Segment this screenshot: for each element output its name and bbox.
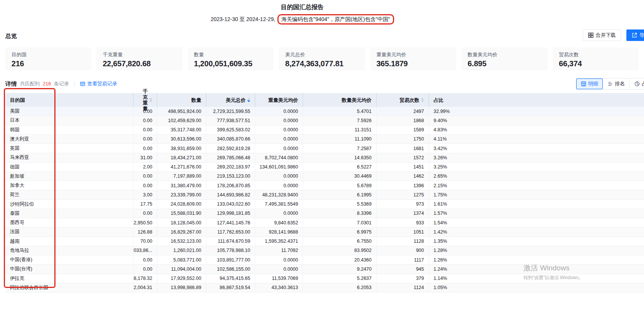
table-cell: 5,083,771.00: [157, 255, 206, 264]
table-cell: 38,931,659.00: [157, 144, 206, 153]
table-row[interactable]: 法国126.8816,829,267.00117,762,653.00928,1…: [5, 227, 644, 237]
table-cell: 32.99%: [429, 107, 644, 116]
column-header: 数量: [157, 93, 206, 107]
table-row[interactable]: 沙特阿拉伯17.7524,028,609.00133,043,022.607,4…: [5, 200, 644, 209]
table-cell: 48,231,328.9400: [255, 190, 303, 199]
table-cell: 1.57%: [429, 209, 644, 218]
table-row[interactable]: 德国2.0041,271,676.00269,202,183.97134,601…: [5, 163, 644, 172]
table-row[interactable]: 加拿大0.0031,380,479.00178,206,870.850.0000…: [5, 181, 644, 190]
stat-card: 目的国216: [5, 47, 91, 70]
table-cell: 0.0000: [255, 209, 303, 218]
table-header-row: 目的国千克重量数量美元总价重量美元均价数量美元均价贸易次数占比: [5, 93, 644, 107]
table-row[interactable]: 澳大利亚0.0030,613,596.00340,085,870.660.000…: [5, 135, 644, 144]
table-row[interactable]: 阿拉伯联合酋长国2,004.3113,998,986.8986,867,519.…: [5, 283, 644, 293]
stat-card: 重量美元均价365.1879: [370, 47, 456, 70]
sort-icon[interactable]: [149, 98, 152, 102]
table-cell: 18,128,045.00: [157, 218, 206, 227]
table-cell: 35,317,748.00: [157, 126, 206, 134]
sort-icon[interactable]: [421, 98, 424, 102]
table-cell: 0.00: [133, 265, 157, 273]
export-button[interactable]: 导出: [626, 29, 644, 41]
table-cell: 498,951,924.00: [157, 107, 206, 116]
table-cell: 0.00: [133, 135, 157, 144]
stat-card: 美元总价8,274,363,077.81: [279, 47, 365, 70]
table-cell: 7,197,889.00: [157, 172, 206, 181]
stat-card-label: 目的国: [11, 51, 85, 58]
table-cell: 269,785,066.48: [206, 153, 255, 162]
page-title: 目的国汇总报告: [0, 3, 605, 11]
table-cell: 11,094,004.00: [157, 265, 206, 273]
stat-card: 贸易次数66,374: [553, 47, 639, 70]
table-cell: 4.11%: [429, 135, 644, 144]
view-trade-records-link[interactable]: 查看贸易记录: [80, 80, 117, 87]
view-mode-tabs: 明细排名占比: [576, 78, 644, 90]
table-cell: 111,674,670.59: [206, 237, 255, 246]
country-cell: 阿拉伯联合酋长国: [5, 283, 133, 292]
table-cell: 5.6789: [303, 181, 376, 190]
table-cell: 9,840.6352: [255, 218, 303, 227]
table-row[interactable]: 日本0.00102,459,629.00777,938,577.510.0000…: [5, 116, 644, 125]
table-cell: 2497: [376, 107, 429, 116]
stat-card-value: 1,200,051,609.35: [194, 59, 267, 68]
table-cell: 31.00: [133, 153, 157, 162]
country-cell: 中国(香港): [5, 255, 133, 264]
column-header: 占比: [429, 93, 644, 107]
tab-rank[interactable]: 排名: [603, 78, 629, 89]
table-row[interactable]: 泰国0.0015,588,031.90129,998,181.850.00008…: [5, 209, 644, 218]
table-row[interactable]: 危地马拉9,033,86...1,260,021.00105,778,988.1…: [5, 246, 644, 255]
column-header[interactable]: 美元总价: [206, 93, 255, 107]
table-cell: 1868: [376, 116, 429, 125]
table-cell: 1.35%: [429, 237, 644, 246]
table-cell: 1681: [376, 144, 429, 153]
table-cell: 12,950.50: [133, 218, 157, 227]
table-cell: 0.00: [133, 255, 157, 264]
table-row[interactable]: 马来西亚31.0018,434,271.00269,785,066.488,70…: [5, 153, 644, 162]
sort-icon[interactable]: [247, 98, 250, 102]
overview-title: 总览: [5, 33, 17, 39]
country-cell: 韩国: [5, 126, 133, 134]
column-header[interactable]: 千克重量: [133, 93, 157, 107]
country-cell: 日本: [5, 116, 133, 125]
table-row[interactable]: 墨西哥12,950.5018,128,045.00127,441,145.769…: [5, 218, 644, 227]
table-row[interactable]: 韩国0.0035,317,748.00399,625,583.020.00001…: [5, 126, 644, 135]
table-cell: 9.2470: [303, 265, 376, 273]
country-cell: 美国: [5, 107, 133, 116]
tab-detail[interactable]: 明细: [576, 78, 603, 89]
table-row[interactable]: 新加坡0.007,197,889.00219,153,123.000.00003…: [5, 172, 644, 181]
column-header[interactable]: 贸易次数: [376, 93, 429, 107]
table-cell: 7.5926: [303, 116, 376, 125]
table-cell: 1462: [376, 172, 429, 181]
top-actions: 合并下载 导出: [583, 29, 644, 41]
table-cell: 1.42%: [429, 227, 644, 236]
table-cell: 129,998,181.85: [206, 209, 255, 218]
export-icon: [632, 33, 637, 38]
view-trade-records-label: 查看贸易记录: [87, 80, 117, 87]
matched-count: 216: [43, 81, 51, 87]
table-cell: 0.00: [133, 172, 157, 181]
country-cell: 危地马拉: [5, 246, 133, 255]
table-cell: 144,693,986.82: [206, 190, 255, 199]
table-cell: 70.00: [133, 237, 157, 246]
table-cell: 134,601,091.9860: [255, 163, 303, 172]
condition-annotation-box: 海关编码包含"9404"，原产国(地区)包含"中国": [277, 14, 394, 25]
table-row[interactable]: 英国0.0038,931,659.00282,592,819.280.00007…: [5, 144, 644, 153]
column-header: 目的国: [5, 93, 133, 107]
table-row[interactable]: 越南70.0016,532,123.00111,674,670.591,595,…: [5, 237, 644, 246]
tab-label: 排名: [615, 80, 625, 87]
matched-records: 共匹配到 216 条记录: [20, 80, 69, 87]
table-cell: 0.0000: [255, 116, 303, 125]
table-row[interactable]: 荷兰3.0023,339,799.00144,693,986.8248,231,…: [5, 190, 644, 199]
table-cell: 0.00: [133, 209, 157, 218]
country-cell: 新加坡: [5, 172, 133, 181]
country-cell: 马来西亚: [5, 153, 133, 162]
table-row[interactable]: 美国0.00498,951,924.002,729,321,599.550.00…: [5, 107, 644, 116]
table-cell: 6.2053: [303, 283, 376, 292]
table-cell: 30,613,596.00: [157, 135, 206, 144]
tab-share[interactable]: 占比: [629, 78, 644, 89]
report-subtitle: 2023-12-30 至 2024-12-29, 海关编码包含"9404"，原产…: [0, 14, 605, 25]
table-cell: 3.26%: [429, 153, 644, 162]
stat-card: 数量1,200,051,609.35: [188, 47, 274, 70]
table-cell: 269,202,183.97: [206, 163, 255, 172]
merge-download-button[interactable]: 合并下载: [583, 29, 621, 41]
matched-prefix: 共匹配到: [20, 81, 40, 87]
